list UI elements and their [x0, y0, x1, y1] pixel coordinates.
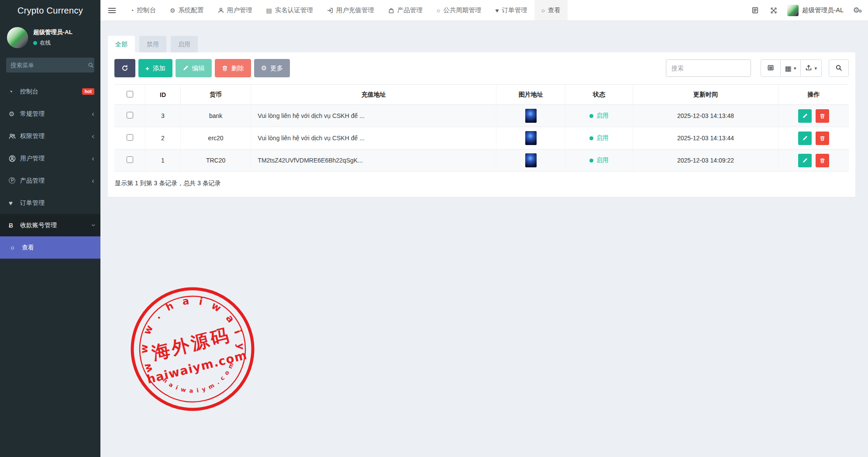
main-content: 全部 禁用 启用 + 添加 编辑: [100, 21, 868, 457]
trash-icon: [222, 65, 228, 71]
nav-item-identity-verification[interactable]: ▤ 实名认证管理: [259, 0, 320, 21]
gears-icon: ⚙: [9, 110, 20, 118]
grid-icon: ▦: [785, 64, 792, 73]
chevron-left-icon: ‹: [92, 155, 94, 162]
row-delete-button[interactable]: [816, 154, 829, 167]
dashboard-icon: ◔: [9, 88, 20, 95]
nav-item-recharge-management[interactable]: 用户充值管理: [320, 0, 381, 21]
status-dot: [589, 159, 593, 163]
table-header-row: ID 货币 充值地址 图片地址 状态 更新时间 操作: [114, 85, 849, 105]
detail-view-button[interactable]: [761, 59, 781, 77]
nav-item-order-management[interactable]: ♥ 订单管理: [488, 0, 534, 21]
records-summary: 显示第 1 到第 3 条记录，总共 3 条记录: [114, 180, 849, 187]
heartbeat-icon: ♥: [495, 7, 499, 14]
sidebar-item-general[interactable]: ⚙ 常规管理 ‹: [0, 103, 100, 125]
more-button[interactable]: ⚙ 更多: [254, 59, 290, 77]
column-status: 状态: [565, 85, 633, 105]
row-edit-button[interactable]: [798, 109, 812, 123]
row-checkbox[interactable]: [127, 156, 133, 163]
column-currency: 货币: [180, 85, 251, 105]
row-checkbox[interactable]: [127, 134, 133, 141]
coin-image[interactable]: [525, 109, 537, 123]
sidebar-item-orders[interactable]: ♥ 订单管理: [0, 192, 100, 214]
table-row: 3 bank Vui lòng liên hệ với dịch vụ CSKH…: [114, 105, 849, 127]
nav-item-user-management[interactable]: 用户管理: [211, 0, 259, 21]
column-ops: 操作: [778, 85, 849, 105]
sidebar-item-dashboard[interactable]: ◔ 控制台 hot: [0, 80, 100, 103]
select-all-checkbox[interactable]: [127, 91, 133, 97]
tab-disabled[interactable]: 禁用: [139, 36, 166, 52]
hot-badge: hot: [82, 88, 94, 95]
user-circle-icon: [9, 155, 20, 162]
sidebar-search: [6, 58, 94, 73]
caret-down-icon: ▾: [794, 66, 796, 71]
row-edit-button[interactable]: [798, 132, 812, 145]
row-checkbox[interactable]: [127, 112, 133, 118]
status-badge: 启用: [596, 134, 609, 142]
gear-icon: ⚙: [170, 7, 176, 14]
circle-icon: ○: [541, 7, 545, 14]
product-icon: Ⓟ: [9, 177, 20, 185]
circle-icon: ○: [437, 7, 440, 14]
nav-item-dashboard[interactable]: ◔ 控制台: [123, 0, 163, 21]
online-dot: [33, 41, 37, 45]
columns-button[interactable]: ▦ ▾: [781, 59, 801, 77]
sidebar-search-input[interactable]: [10, 62, 88, 69]
avatar: [7, 27, 28, 48]
nav-item-product-management[interactable]: 产品管理: [381, 0, 430, 21]
nav-item-public-cycle[interactable]: ○ 公共周期管理: [430, 0, 488, 21]
status-badge: 启用: [596, 156, 609, 164]
nav-item-system-config[interactable]: ⚙ 系统配置: [163, 0, 211, 21]
sidebar-item-products[interactable]: Ⓟ 产品管理 ‹: [0, 170, 100, 192]
chevron-left-icon: ‹: [92, 177, 94, 184]
table-row: 1 TRC20 TM2tsZ42UVfVDMRE6E6Bh22qSgK... 启…: [114, 149, 849, 172]
row-delete-button[interactable]: [816, 132, 829, 145]
user-panel: 超级管理员-AL 在线: [0, 21, 100, 55]
top-navbar: ◔ 控制台 ⚙ 系统配置 用户管理 ▤ 实名认证管理 用户充: [100, 0, 868, 21]
coin-image[interactable]: [525, 131, 537, 145]
sidebar-item-permissions[interactable]: 权限管理 ‹: [0, 125, 100, 147]
column-id: ID: [145, 85, 181, 105]
coin-image[interactable]: [525, 153, 537, 167]
export-icon: [805, 64, 812, 73]
avatar: [787, 5, 799, 16]
status-dot: [589, 114, 593, 118]
row-delete-button[interactable]: [816, 109, 829, 123]
fullscreen-icon[interactable]: [765, 0, 782, 21]
nav-item-view[interactable]: ○ 查看: [534, 0, 568, 21]
gear-icon: ⚙: [261, 64, 267, 72]
brand-title[interactable]: Crypto Currency: [0, 0, 100, 21]
tab-enabled[interactable]: 启用: [171, 36, 198, 52]
table-row: 2 erc20 Vui lòng liên hệ với dịch vụ CSK…: [114, 127, 849, 149]
records-table: ID 货币 充值地址 图片地址 状态 更新时间 操作 3 bank Vui l: [114, 84, 849, 172]
sidebar-item-payment-accounts[interactable]: Ƀ 收款账号管理 ‹: [0, 214, 100, 236]
status-badge: 启用: [596, 112, 609, 120]
list-icon: [767, 64, 774, 73]
refresh-button[interactable]: [114, 59, 135, 77]
id-card-icon: ▤: [266, 7, 272, 14]
add-button[interactable]: + 添加: [138, 59, 172, 77]
row-edit-button[interactable]: [798, 154, 812, 167]
user-status-label: 在线: [40, 39, 51, 47]
table-search-input[interactable]: [666, 59, 751, 77]
search-icon: [835, 64, 842, 73]
settings-gears-icon[interactable]: ⚙⚙: [849, 6, 864, 15]
sidebar-item-view[interactable]: ○ 查看: [0, 236, 100, 259]
chevron-down-icon: ‹: [90, 224, 97, 227]
delete-button[interactable]: 删除: [215, 59, 251, 77]
language-icon[interactable]: [747, 0, 764, 21]
shopping-bag-icon: [388, 7, 394, 14]
tab-all[interactable]: 全部: [108, 36, 135, 52]
chevron-left-icon: ‹: [92, 110, 94, 118]
sidebar-item-users[interactable]: 用户管理 ‹: [0, 147, 100, 170]
menu-toggle-icon[interactable]: [100, 0, 123, 21]
column-address: 充值地址: [251, 85, 496, 105]
pencil-icon: [183, 65, 189, 71]
search-submit-button[interactable]: [829, 59, 849, 77]
edit-button[interactable]: 编辑: [176, 59, 212, 77]
search-icon[interactable]: [88, 62, 94, 68]
export-button[interactable]: ▾: [801, 59, 822, 77]
topnav-user[interactable]: 超级管理员-AL: [784, 5, 847, 16]
app-root: Crypto Currency 超级管理员-AL 在线 ◔ 控制台 hot: [0, 0, 868, 457]
dashboard-icon: ◔: [130, 7, 134, 14]
